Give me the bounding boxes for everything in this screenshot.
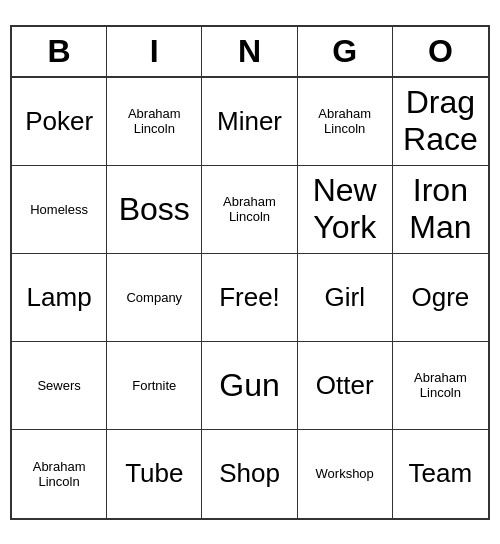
cell-text-2: Miner	[217, 106, 282, 137]
cell-text-23: Workshop	[316, 466, 374, 481]
cell-text-16: Fortnite	[132, 378, 176, 393]
bingo-cell-23[interactable]: Workshop	[298, 430, 393, 518]
cell-text-5: Homeless	[30, 202, 88, 217]
cell-text-6: Boss	[119, 191, 190, 228]
bingo-cell-0[interactable]: Poker	[12, 78, 107, 166]
cell-text-19: Abraham Lincoln	[397, 370, 484, 400]
bingo-cell-11[interactable]: Company	[107, 254, 202, 342]
bingo-cell-14[interactable]: Ogre	[393, 254, 488, 342]
header-letter-I: I	[107, 27, 202, 76]
bingo-cell-19[interactable]: Abraham Lincoln	[393, 342, 488, 430]
cell-text-17: Gun	[219, 367, 279, 404]
cell-text-9: Iron Man	[397, 172, 484, 246]
bingo-card: BINGO PokerAbraham LincolnMinerAbraham L…	[10, 25, 490, 520]
bingo-cell-3[interactable]: Abraham Lincoln	[298, 78, 393, 166]
bingo-cell-7[interactable]: Abraham Lincoln	[202, 166, 297, 254]
bingo-cell-21[interactable]: Tube	[107, 430, 202, 518]
cell-text-22: Shop	[219, 458, 280, 489]
bingo-cell-12[interactable]: Free!	[202, 254, 297, 342]
cell-text-3: Abraham Lincoln	[302, 106, 388, 136]
cell-text-18: Otter	[316, 370, 374, 401]
bingo-grid: PokerAbraham LincolnMinerAbraham Lincoln…	[12, 78, 488, 518]
cell-text-15: Sewers	[37, 378, 80, 393]
cell-text-20: Abraham Lincoln	[16, 459, 102, 489]
cell-text-8: New York	[302, 172, 388, 246]
bingo-cell-1[interactable]: Abraham Lincoln	[107, 78, 202, 166]
bingo-cell-9[interactable]: Iron Man	[393, 166, 488, 254]
bingo-cell-6[interactable]: Boss	[107, 166, 202, 254]
bingo-cell-13[interactable]: Girl	[298, 254, 393, 342]
header-letter-G: G	[298, 27, 393, 76]
cell-text-12: Free!	[219, 282, 280, 313]
bingo-cell-22[interactable]: Shop	[202, 430, 297, 518]
bingo-cell-20[interactable]: Abraham Lincoln	[12, 430, 107, 518]
bingo-cell-16[interactable]: Fortnite	[107, 342, 202, 430]
bingo-cell-17[interactable]: Gun	[202, 342, 297, 430]
bingo-cell-4[interactable]: Drag Race	[393, 78, 488, 166]
cell-text-11: Company	[126, 290, 182, 305]
cell-text-7: Abraham Lincoln	[206, 194, 292, 224]
cell-text-21: Tube	[125, 458, 183, 489]
cell-text-24: Team	[409, 458, 473, 489]
cell-text-0: Poker	[25, 106, 93, 137]
cell-text-4: Drag Race	[397, 84, 484, 158]
bingo-cell-5[interactable]: Homeless	[12, 166, 107, 254]
bingo-cell-15[interactable]: Sewers	[12, 342, 107, 430]
header-letter-O: O	[393, 27, 488, 76]
header-letter-B: B	[12, 27, 107, 76]
cell-text-14: Ogre	[411, 282, 469, 313]
bingo-cell-18[interactable]: Otter	[298, 342, 393, 430]
bingo-cell-8[interactable]: New York	[298, 166, 393, 254]
cell-text-13: Girl	[324, 282, 364, 313]
bingo-cell-10[interactable]: Lamp	[12, 254, 107, 342]
bingo-cell-24[interactable]: Team	[393, 430, 488, 518]
cell-text-10: Lamp	[27, 282, 92, 313]
bingo-cell-2[interactable]: Miner	[202, 78, 297, 166]
bingo-header: BINGO	[12, 27, 488, 78]
cell-text-1: Abraham Lincoln	[111, 106, 197, 136]
header-letter-N: N	[202, 27, 297, 76]
